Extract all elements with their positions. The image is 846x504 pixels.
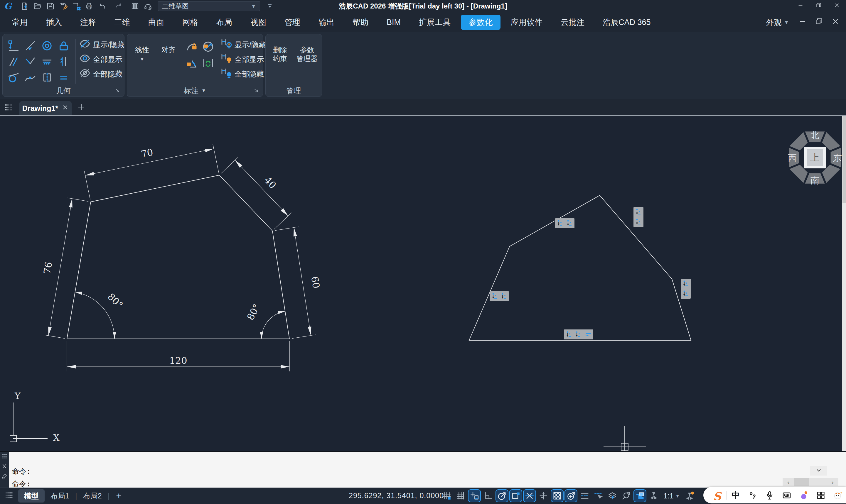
- smooth-constraint-button[interactable]: [22, 70, 38, 85]
- doc-close-button[interactable]: [828, 16, 843, 29]
- horizontal-constraint-button[interactable]: [38, 54, 55, 70]
- ribbon-tab-BIM[interactable]: BIM: [379, 16, 409, 29]
- ime-punctuation-button[interactable]: [745, 489, 761, 502]
- ime-emoji-button[interactable]: [830, 489, 846, 502]
- new-file-button[interactable]: [19, 1, 30, 12]
- ribbon-tab-插入[interactable]: 插入: [38, 15, 70, 30]
- polar-tracking-toggle[interactable]: [495, 489, 508, 502]
- plot-button[interactable]: [84, 1, 94, 12]
- save-as-button[interactable]: [58, 1, 69, 12]
- grid-display-toggle[interactable]: [454, 489, 467, 502]
- linear-constraint-button[interactable]: 线性 ▼: [129, 37, 155, 64]
- angle-constraint-button[interactable]: [183, 55, 200, 71]
- diameter-constraint-button[interactable]: [200, 38, 216, 55]
- geometry-hide-all-button[interactable]: 全部隐藏: [79, 67, 124, 81]
- ribbon-tab-常用[interactable]: 常用: [4, 15, 36, 30]
- drawing-canvas[interactable]: 7670406012080°80°上北南西东YX: [0, 116, 846, 451]
- command-line-panel[interactable]: 命令: 命令:_GcHorizontal 选择对象或 [两点(2P)] <两点>…: [0, 451, 846, 488]
- panel-launcher-icon[interactable]: [114, 87, 122, 95]
- geometry-show-hide-button[interactable]: 显示/隐藏: [79, 37, 124, 52]
- command-history-expand-button[interactable]: [810, 466, 827, 475]
- doc-minimize-button[interactable]: [795, 16, 810, 29]
- ribbon-tab-浩辰CAD 365[interactable]: 浩辰CAD 365: [595, 15, 659, 30]
- lineweight-toggle[interactable]: [578, 489, 591, 502]
- constraint-badge[interactable]: [490, 291, 509, 301]
- command-horizontal-scrollbar[interactable]: ‹ ›: [782, 478, 839, 486]
- tangent-constraint-button[interactable]: [5, 70, 22, 85]
- annotation-monitor-toggle[interactable]: [620, 489, 633, 502]
- convert-dimension-button[interactable]: [200, 55, 216, 71]
- ribbon-tab-布局[interactable]: 布局: [208, 15, 240, 30]
- save-button[interactable]: [45, 1, 56, 12]
- quick-properties-toggle[interactable]: [606, 489, 619, 502]
- dimension-hide-all-button[interactable]: 全部隐藏: [221, 67, 266, 81]
- tab-close-icon[interactable]: [61, 104, 69, 113]
- layout-tab-layout1[interactable]: 布局1: [49, 490, 71, 502]
- scrollbar-thumb[interactable]: [794, 478, 809, 486]
- ribbon-tab-应用软件[interactable]: 应用软件: [503, 15, 550, 30]
- layout-tab-model[interactable]: 模型: [18, 489, 45, 503]
- ribbon-tab-曲面[interactable]: 曲面: [140, 15, 172, 30]
- restore-button[interactable]: [813, 1, 825, 11]
- dimension-show-hide-button[interactable]: 显示/隐藏: [221, 37, 266, 52]
- document-menu-button[interactable]: [3, 102, 15, 113]
- workspace-selector[interactable]: 二维草图 ▼: [158, 1, 260, 11]
- ribbon-tab-参数化[interactable]: 参数化: [461, 15, 500, 30]
- ime-toolbox-button[interactable]: [813, 489, 829, 502]
- scroll-right-icon[interactable]: ›: [827, 479, 839, 486]
- canvas-vertical-scrollbar[interactable]: [842, 116, 846, 451]
- view-compass[interactable]: 上北南西东: [788, 130, 842, 185]
- document-tab-drawing1[interactable]: Drawing1*: [19, 101, 72, 115]
- coincident-constraint-button[interactable]: [5, 38, 22, 54]
- snap-mode-toggle[interactable]: [468, 489, 481, 502]
- collinear-constraint-button[interactable]: [22, 38, 38, 54]
- status-menu-button[interactable]: [4, 490, 14, 502]
- annotation-auto-scale-toggle[interactable]: [683, 489, 696, 502]
- constrained-polygon[interactable]: [469, 195, 691, 340]
- new-layout-button[interactable]: +: [113, 490, 124, 501]
- ime-keyboard-button[interactable]: [779, 489, 795, 502]
- ime-chinese-mode-button[interactable]: 中: [728, 489, 743, 502]
- annotation-visibility-toggle[interactable]: [647, 489, 660, 502]
- ribbon-tab-视图[interactable]: 视图: [243, 15, 274, 30]
- support-headset-button[interactable]: [143, 1, 153, 12]
- constraint-badge[interactable]: [564, 329, 593, 339]
- object-snap-toggle[interactable]: [509, 489, 522, 502]
- doc-restore-button[interactable]: [812, 16, 826, 29]
- ribbon-tab-三维[interactable]: 三维: [106, 15, 138, 30]
- aligned-constraint-button[interactable]: 对齐: [156, 37, 181, 54]
- minimize-button[interactable]: [794, 1, 807, 11]
- ribbon-tab-云批注[interactable]: 云批注: [553, 15, 593, 30]
- fix-constraint-button[interactable]: [55, 38, 72, 54]
- parallel-constraint-button[interactable]: [5, 54, 22, 70]
- symmetric-constraint-button[interactable]: [38, 70, 55, 85]
- constraint-badge[interactable]: [555, 218, 575, 228]
- snap-grid-toggle[interactable]: [440, 489, 453, 502]
- object-snap-tracking-toggle[interactable]: [523, 489, 536, 502]
- geometry-show-all-button[interactable]: 全部显示: [79, 52, 124, 67]
- new-document-tab-button[interactable]: [77, 103, 87, 112]
- annotation-scale-dropdown[interactable]: 1:1▼: [661, 492, 682, 500]
- batch-button[interactable]: [130, 1, 140, 12]
- ortho-mode-toggle[interactable]: [482, 489, 495, 502]
- dimensioned-polygon[interactable]: 7670406012080°80°: [41, 144, 322, 372]
- undo-button[interactable]: [97, 1, 107, 12]
- ribbon-tab-帮助[interactable]: 帮助: [345, 15, 376, 30]
- open-file-button[interactable]: [32, 1, 43, 12]
- ribbon-tab-网格[interactable]: 网格: [174, 15, 206, 30]
- ime-sogou-logo-button[interactable]: S: [709, 489, 725, 502]
- dimension-show-all-button[interactable]: 全部显示: [221, 52, 266, 67]
- command-close-icon[interactable]: [1, 463, 8, 471]
- panel-title-dimension[interactable]: 标注 ▼: [127, 85, 263, 96]
- selection-cycling-toggle[interactable]: [564, 489, 577, 502]
- workspace-switching-toggle[interactable]: [633, 489, 646, 502]
- ribbon-tab-注释[interactable]: 注释: [72, 15, 104, 30]
- appearance-menu[interactable]: 外观: [766, 17, 781, 28]
- layout-tab-layout2[interactable]: 布局2: [81, 490, 104, 502]
- ribbon-tab-管理[interactable]: 管理: [277, 15, 308, 30]
- selection-preview-toggle[interactable]: [592, 489, 605, 502]
- equal-constraint-button[interactable]: [55, 70, 72, 85]
- ime-skin-button[interactable]: [796, 489, 812, 502]
- toolbar-collapse-button[interactable]: [265, 2, 274, 11]
- transparency-toggle[interactable]: [551, 489, 564, 502]
